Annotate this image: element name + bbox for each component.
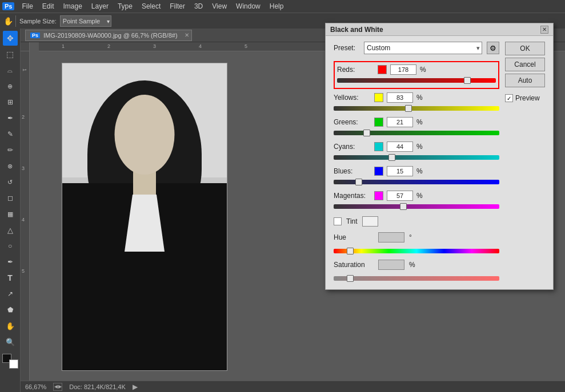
tools-panel: ✥ ⬚ ⌓ ⊕ ⊞ ✒ ✎ ✏ ⊗ ↺ ◻ ▦ △ ○ ✒ T ↗ ⬟ ✋ 🔍 [0, 29, 21, 392]
preset-gear-button[interactable]: ⚙ [487, 42, 499, 54]
tint-color-swatch[interactable] [362, 216, 378, 227]
cyans-label: Cyans: [334, 143, 371, 151]
tool-spot-heal[interactable]: ✎ [3, 127, 18, 142]
tool-lasso[interactable]: ⌓ [3, 63, 18, 78]
greens-value-input[interactable] [387, 117, 413, 127]
hue-label: Hue [334, 233, 374, 241]
reds-slider-track [337, 78, 496, 83]
preview-checkbox[interactable]: ✓ [505, 94, 513, 102]
blues-color-swatch[interactable] [374, 167, 383, 176]
tool-hand[interactable]: ✋ [3, 318, 18, 333]
reds-label-row: Reds: % [337, 64, 496, 75]
hue-row: Hue ° [334, 232, 499, 243]
tool-blur[interactable]: △ [3, 223, 18, 237]
tool-brush[interactable]: ✏ [3, 143, 18, 157]
cyans-slider-track [334, 155, 499, 160]
menu-file[interactable]: File [18, 1, 37, 11]
tool-shape[interactable]: ⬟ [3, 302, 18, 317]
tool-gradient[interactable]: ▦ [3, 207, 18, 221]
magentas-label: Magentas: [334, 192, 371, 200]
dialog-titlebar: Black and White ✕ [326, 23, 553, 36]
dialog-close-button[interactable]: ✕ [540, 26, 548, 34]
yellows-slider-track-container[interactable] [334, 104, 499, 112]
cancel-button[interactable]: Cancel [505, 58, 545, 71]
sample-size-select[interactable]: Point Sample [60, 15, 111, 27]
reds-slider-container: Reds: % [334, 61, 499, 89]
tool-path-select[interactable]: ↗ [3, 286, 18, 301]
menu-image[interactable]: Image [59, 1, 86, 11]
menu-layer[interactable]: Layer [87, 1, 113, 11]
magentas-color-swatch[interactable] [374, 191, 383, 200]
reds-slider-track-container[interactable] [337, 76, 496, 84]
sat-slider-thumb[interactable] [347, 275, 354, 282]
reds-color-swatch[interactable] [378, 65, 387, 74]
hue-slider-track-container[interactable] [334, 247, 499, 255]
sat-slider-track-container[interactable] [334, 274, 499, 282]
yellows-slider-thumb[interactable] [405, 105, 412, 112]
menu-type[interactable]: Type [114, 1, 137, 11]
ruler-tick-4: 4 [199, 43, 202, 49]
yellows-color-swatch[interactable] [374, 93, 383, 102]
hue-slider-thumb[interactable] [347, 248, 354, 254]
magentas-slider-track-container[interactable] [334, 203, 499, 211]
tool-eyedropper[interactable]: ✒ [3, 111, 18, 126]
photo-image [62, 63, 227, 370]
greens-slider-row: Greens: % [334, 117, 499, 137]
tool-clone[interactable]: ⊗ [3, 159, 18, 173]
bw-dialog: Black and White ✕ Preset: Custom ⚙ [325, 23, 554, 290]
tool-dodge[interactable]: ○ [3, 239, 18, 253]
preset-select[interactable]: Custom [364, 42, 482, 54]
menu-edit[interactable]: Edit [38, 1, 58, 11]
cyans-pct: % [416, 143, 423, 151]
blues-value-input[interactable] [387, 166, 413, 176]
preset-row: Preset: Custom ⚙ [334, 42, 499, 54]
preview-row: ✓ Preview [505, 94, 545, 102]
menu-filter[interactable]: Filter [166, 1, 189, 11]
tool-crop[interactable]: ⊞ [3, 95, 18, 110]
ruler-tick-3: 3 [153, 43, 156, 49]
canvas-tab-close[interactable]: ✕ [185, 32, 189, 38]
cyans-value-input[interactable] [387, 142, 413, 152]
magentas-slider-thumb[interactable] [400, 203, 407, 210]
hue-input[interactable] [378, 232, 404, 243]
tool-quick-select[interactable]: ⊕ [3, 79, 18, 94]
dialog-left-panel: Preset: Custom ⚙ Reds: % [334, 42, 499, 284]
cyans-color-swatch[interactable] [374, 142, 383, 151]
cyans-slider-thumb[interactable] [388, 154, 395, 161]
greens-color-swatch[interactable] [374, 118, 383, 127]
saturation-row: Saturation % [334, 260, 499, 270]
tool-eraser[interactable]: ◻ [3, 191, 18, 205]
menu-help[interactable]: Help [266, 1, 288, 11]
menu-view[interactable]: View [208, 1, 231, 11]
menu-window[interactable]: Window [232, 1, 265, 11]
auto-button[interactable]: Auto [505, 74, 545, 87]
hue-unit: ° [409, 233, 412, 241]
reds-value-input[interactable] [390, 64, 416, 75]
tool-pen[interactable]: ✒ [3, 254, 18, 269]
canvas-tab-item[interactable]: Ps IMG-20190809-WA0000.jpg @ 66,7% (RGB/… [25, 30, 192, 41]
menu-select[interactable]: Select [138, 1, 165, 11]
tool-text[interactable]: T [3, 270, 18, 285]
photo-frame [62, 63, 227, 371]
tool-select-rect[interactable]: ⬚ [3, 47, 18, 62]
magentas-value-input[interactable] [387, 191, 413, 201]
tool-zoom[interactable]: 🔍 [3, 334, 18, 349]
tool-move[interactable]: ✥ [3, 31, 18, 46]
menu-3d[interactable]: 3D [190, 1, 207, 11]
yellows-label-row: Yellows: % [334, 92, 499, 103]
blues-slider-thumb[interactable] [355, 179, 362, 185]
dialog-buttons: OK Cancel Auto ✓ Preview [505, 42, 545, 284]
hue-slider-track [334, 249, 499, 253]
tint-checkbox[interactable] [334, 217, 342, 225]
greens-slider-track-container[interactable] [334, 129, 499, 137]
yellows-value-input[interactable] [387, 92, 413, 103]
blues-slider-track-container[interactable] [334, 178, 499, 186]
color-swatches[interactable] [2, 354, 18, 369]
greens-slider-thumb[interactable] [363, 130, 370, 136]
tool-history-brush[interactable]: ↺ [3, 175, 18, 189]
saturation-input[interactable] [378, 260, 404, 270]
ok-button[interactable]: OK [505, 42, 545, 55]
reds-slider-thumb[interactable] [464, 77, 471, 84]
cyans-slider-track-container[interactable] [334, 153, 499, 161]
dialog-layout: Preset: Custom ⚙ Reds: % [334, 42, 545, 284]
